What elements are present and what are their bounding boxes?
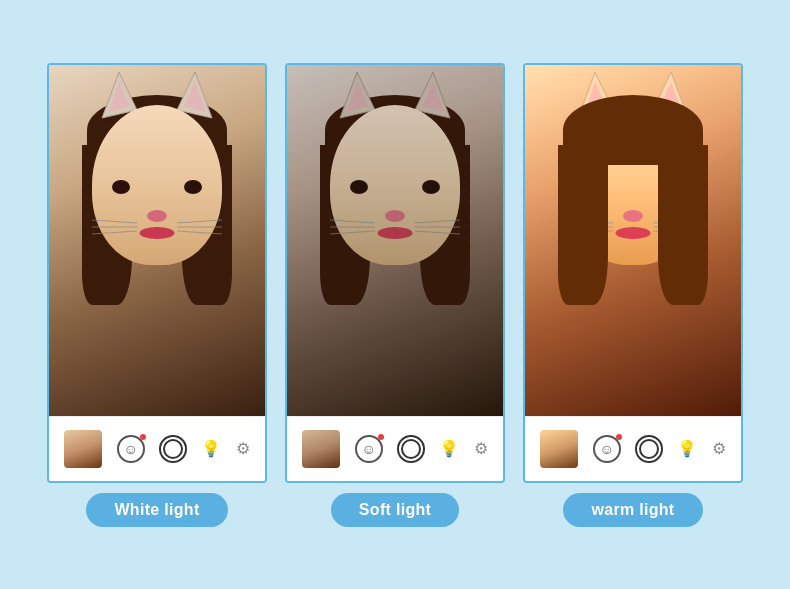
svg-line-6 — [92, 231, 137, 234]
white-light-photo — [49, 65, 265, 416]
svg-line-14 — [330, 220, 375, 223]
svg-line-16 — [330, 231, 375, 234]
hair-warm — [563, 95, 703, 275]
light-icon-soft[interactable]: 💡 — [439, 439, 459, 458]
shutter-icon-warm[interactable] — [635, 435, 663, 463]
white-light-card: ☺ 💡 ⚙ White light — [47, 63, 267, 527]
soft-light-toolbar: ☺ 💡 ⚙ — [287, 416, 503, 481]
whiskers-white — [92, 205, 222, 240]
smiley-icon-warm[interactable]: ☺ — [593, 435, 621, 463]
white-light-toolbar: ☺ 💡 ⚙ — [49, 416, 265, 481]
thumb-avatar-white[interactable] — [64, 430, 102, 468]
more-icon-soft[interactable]: ⚙ — [474, 439, 488, 458]
main-container: ☺ 💡 ⚙ White light — [27, 43, 763, 547]
thumb-avatar-warm[interactable] — [540, 430, 578, 468]
svg-line-4 — [92, 220, 137, 223]
warm-light-card: ☺ 💡 ⚙ warm light — [523, 63, 743, 527]
face-soft — [330, 105, 460, 265]
whiskers-soft — [330, 205, 460, 240]
smiley-icon-white[interactable]: ☺ — [117, 435, 145, 463]
warm-light-bg — [525, 65, 741, 416]
warm-light-label[interactable]: warm light — [563, 493, 702, 527]
soft-light-label[interactable]: Soft light — [331, 493, 459, 527]
shutter-icon-white[interactable] — [159, 435, 187, 463]
soft-light-photo — [287, 65, 503, 416]
light-icon-white[interactable]: 💡 — [201, 439, 221, 458]
warm-light-toolbar: ☺ 💡 ⚙ — [525, 416, 741, 481]
white-light-frame: ☺ 💡 ⚙ — [47, 63, 267, 483]
svg-line-17 — [415, 220, 460, 223]
soft-light-card: ☺ 💡 ⚙ Soft light — [285, 63, 505, 527]
svg-line-7 — [177, 220, 222, 223]
shutter-icon-soft[interactable] — [397, 435, 425, 463]
thumb-avatar-soft[interactable] — [302, 430, 340, 468]
warm-light-frame: ☺ 💡 ⚙ — [523, 63, 743, 483]
soft-light-frame: ☺ 💡 ⚙ — [285, 63, 505, 483]
more-icon-white[interactable]: ⚙ — [236, 439, 250, 458]
more-icon-warm[interactable]: ⚙ — [712, 439, 726, 458]
svg-line-9 — [177, 231, 222, 234]
white-light-bg — [49, 65, 265, 416]
warm-light-photo — [525, 65, 741, 416]
smiley-icon-soft[interactable]: ☺ — [355, 435, 383, 463]
face-white — [92, 105, 222, 265]
white-light-label[interactable]: White light — [86, 493, 227, 527]
soft-light-bg — [287, 65, 503, 416]
light-icon-warm[interactable]: 💡 — [677, 439, 697, 458]
svg-line-19 — [415, 231, 460, 234]
